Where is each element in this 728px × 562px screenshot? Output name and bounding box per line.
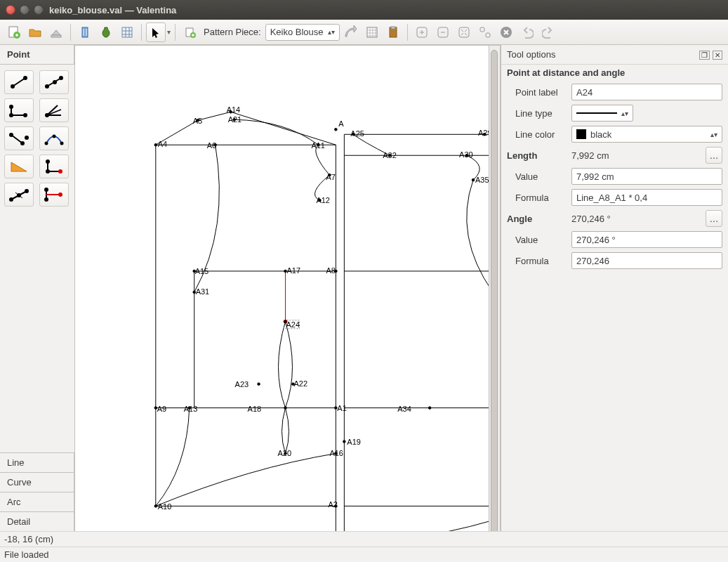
length-formula-field[interactable]: Line_A8_A1 * 0,4 (571, 189, 722, 206)
point-A19[interactable] (343, 440, 346, 443)
tab-line[interactable]: Line (0, 452, 74, 472)
window-buttons (6, 5, 44, 15)
svg-point-32 (9, 133, 13, 137)
main-toolbar: ▾ Pattern Piece: Keiko Blouse ▴▾ (0, 20, 728, 45)
svg-line-60 (231, 112, 336, 145)
point-label-A8: A8 (326, 266, 335, 275)
save-file-button[interactable] (46, 22, 66, 42)
point-label-A11: A11 (311, 141, 325, 150)
angle-formula-lab: Formula (507, 256, 566, 266)
length-formula-lab: Formula (507, 192, 566, 203)
point-label-A35: A35 (475, 176, 489, 184)
new-pattern-piece-button[interactable] (180, 22, 199, 42)
svg-point-30 (45, 113, 49, 117)
point-label-A19: A19 (347, 438, 361, 446)
line-type-lab: Line type (507, 108, 566, 119)
table-button[interactable] (117, 22, 137, 42)
svg-line-21 (47, 78, 61, 86)
zoom-in-button[interactable] (412, 22, 432, 42)
point-label-A22: A22 (293, 379, 307, 388)
tool-normal[interactable] (4, 98, 34, 122)
tool-options-title: Tool options (507, 49, 555, 60)
open-file-button[interactable] (25, 22, 45, 42)
drawing-canvas[interactable]: AA1A2A3A4A5A6A7A8A9A10A11A12A13A14A15A16… (74, 45, 489, 531)
angle-formula-expand[interactable]: … (706, 210, 722, 227)
point-A23[interactable] (258, 383, 260, 386)
length-value-lab: Value (507, 171, 566, 182)
minimize-button[interactable] (20, 5, 29, 15)
point-label-A15: A15 (195, 267, 209, 275)
svg-point-33 (20, 141, 25, 145)
tab-point[interactable]: Point (0, 45, 74, 65)
tool-cut-arc[interactable] (4, 183, 34, 207)
svg-point-41 (46, 169, 50, 174)
svg-point-25 (9, 105, 13, 109)
pattern-piece-combo[interactable]: Keiko Blouse ▴▾ (265, 24, 340, 41)
point-label-A25: A25 (350, 129, 364, 138)
tool-line-intersect-axis[interactable] (39, 183, 69, 207)
tool-triangle[interactable] (4, 155, 34, 178)
angle-value-field[interactable]: 270,246 ° (571, 231, 722, 248)
point-label-A12: A12 (316, 196, 330, 204)
point-label-A: A (338, 119, 344, 128)
undo-button[interactable] (517, 22, 537, 42)
point-A35[interactable] (472, 178, 475, 181)
point-label-A10: A10 (158, 502, 172, 511)
maximize-button[interactable] (34, 5, 44, 15)
new-file-button[interactable] (4, 22, 24, 42)
point-label-A24: A24 (286, 320, 300, 329)
tool-shoulder[interactable] (4, 126, 34, 150)
tab-curve[interactable]: Curve (0, 472, 74, 492)
line-type-combo[interactable]: ▴▾ (571, 105, 633, 122)
tool-point-of-contact[interactable] (39, 126, 69, 150)
tool-along-line[interactable] (39, 70, 69, 94)
length-value-field[interactable]: 7,992 cm (571, 168, 722, 185)
point-A[interactable] (335, 128, 338, 131)
point-label-A32: A32 (383, 151, 397, 159)
zoom-fit-button[interactable] (454, 22, 474, 42)
point-A4[interactable] (154, 143, 157, 146)
point-A18[interactable] (284, 407, 287, 410)
zoom-out-button[interactable] (433, 22, 453, 42)
pointer-tool-button[interactable] (146, 22, 166, 42)
svg-line-31 (11, 135, 22, 143)
undock-icon[interactable]: ❐ (699, 51, 710, 60)
length-display: 7,992 cm (571, 150, 700, 161)
point-label-A18: A18 (248, 405, 262, 413)
close-button[interactable] (6, 5, 15, 15)
point-label-field[interactable]: A24 (571, 84, 722, 100)
tool-point-intersection[interactable] (39, 155, 69, 178)
length-formula-expand[interactable]: … (706, 147, 722, 164)
svg-line-59 (198, 112, 231, 120)
angle-heading: Angle (507, 214, 566, 224)
point-label-A30: A30 (459, 150, 473, 159)
point-label-A9: A9 (157, 405, 166, 413)
stop-button[interactable] (496, 22, 516, 42)
grid-button[interactable] (362, 22, 382, 42)
clipboard-button[interactable] (383, 22, 403, 42)
svg-point-52 (58, 192, 62, 197)
svg-point-35 (45, 142, 48, 145)
tab-detail[interactable]: Detail (0, 511, 74, 531)
point-label-A2: A2 (328, 500, 337, 509)
angle-formula-field[interactable]: 270,246 (571, 252, 722, 269)
zoom-original-button[interactable] (475, 22, 495, 42)
angle-display: 270,246 ° (571, 214, 700, 224)
point-A10[interactable] (154, 505, 157, 508)
point-label-A7: A7 (326, 173, 335, 181)
tab-arc[interactable]: Arc (0, 492, 74, 511)
vertical-scrollbar[interactable] (489, 45, 501, 531)
canvas-area: AA1A2A3A4A5A6A7A8A9A10A11A12A13A14A15A16… (74, 45, 501, 531)
svg-point-44 (9, 197, 13, 202)
tool-bisector[interactable] (39, 98, 69, 122)
svg-point-49 (44, 188, 48, 192)
line-color-combo[interactable]: black ▴▾ (571, 126, 722, 143)
redo-button[interactable] (538, 22, 558, 42)
point-A34[interactable] (428, 407, 431, 410)
svg-rect-2 (51, 35, 61, 37)
close-panel-icon[interactable]: ✕ (713, 51, 722, 60)
tool-endline[interactable] (4, 70, 34, 94)
measurements-button[interactable] (75, 22, 95, 42)
body-button[interactable] (96, 22, 116, 42)
history-button[interactable] (341, 22, 361, 42)
